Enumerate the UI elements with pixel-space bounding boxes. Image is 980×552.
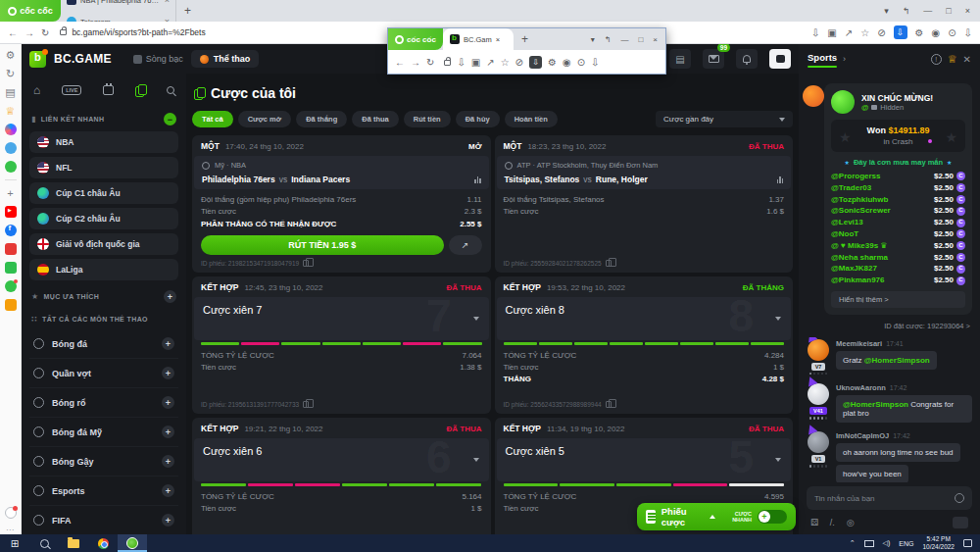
translate-icon[interactable]: ▣ [827, 27, 836, 38]
copy-icon[interactable] [606, 260, 612, 267]
chat-toggle-button[interactable] [769, 49, 791, 69]
filter-pill[interactable]: Cược mở [238, 111, 291, 127]
sport-item[interactable]: Bóng rổ + [29, 388, 178, 418]
winner-username[interactable]: @Trader03 [831, 182, 871, 194]
share-icon[interactable]: ↗ [845, 27, 853, 38]
profiles-icon[interactable]: ◉ [931, 27, 940, 38]
forward-icon[interactable]: → [411, 57, 420, 68]
downloads-tray-icon[interactable]: ⇩ [964, 27, 972, 38]
collapse-quick-links-button[interactable]: − [164, 113, 176, 125]
quick-link-item[interactable]: NBA [29, 131, 178, 153]
adblock-icon[interactable]: ⊘ [515, 57, 523, 68]
winner-username[interactable]: @Prorogerss [831, 171, 880, 182]
expand-sport-button[interactable]: + [162, 367, 174, 379]
avatar[interactable] [808, 383, 829, 405]
winner-username[interactable]: @Pinkman976 [831, 275, 885, 286]
winner-username[interactable]: @NooT [831, 228, 858, 240]
quick-link-item[interactable]: Giải vô địch quốc gia [29, 233, 178, 255]
expand-sport-button[interactable]: + [162, 337, 174, 350]
combo-box[interactable]: Cược xiên 5 5 [497, 438, 792, 481]
winner-username[interactable]: @ ♥ Mike39s ♛ [831, 240, 888, 252]
winner-username[interactable]: @Levi13 [831, 217, 863, 228]
copy-icon[interactable] [606, 401, 612, 408]
share-bet-button[interactable]: ↗ [449, 235, 482, 255]
messenger-icon[interactable] [5, 124, 17, 135]
download-manager-icon[interactable]: ⇩ [529, 56, 542, 69]
coccoc-taskbar-button[interactable] [118, 534, 147, 552]
network-icon[interactable] [864, 540, 874, 547]
extension-bell-icon[interactable]: ⚙ [915, 27, 924, 38]
nav-casino[interactable]: Sòng bạc [133, 54, 183, 64]
expand-legs-icon[interactable] [473, 317, 479, 321]
popup-browser-window[interactable]: cốc cốc BC.Gam × + ▾ ↰ — □ × ← → ↻ ⇩ ▣ ↗… [387, 27, 666, 75]
expand-legs-icon[interactable] [473, 458, 479, 462]
action-center-icon[interactable] [963, 539, 972, 547]
sport-item[interactable]: FIFA + [29, 506, 178, 534]
message-username[interactable]: Meemikeisari [836, 339, 882, 348]
tab-close-icon[interactable]: × [165, 0, 170, 5]
nav-sports[interactable]: Thể thao [191, 50, 260, 68]
emoji-icon[interactable] [955, 493, 964, 503]
cashout-button[interactable]: RÚT TIỀN 1.95 $ [201, 235, 444, 255]
restore-tab-icon[interactable]: ↰ [903, 6, 910, 16]
sort-dropdown[interactable]: Cược gần đây [656, 111, 793, 127]
quick-bet-toggle[interactable] [758, 510, 787, 524]
stats-icon[interactable] [474, 176, 481, 183]
browser-tab[interactable]: NBA | Philadelphia 76ers vs I × [61, 0, 176, 11]
mention[interactable]: @HomerSimpson [843, 400, 908, 409]
notification-bell-icon[interactable] [5, 507, 17, 519]
window-close-button[interactable]: × [653, 35, 658, 44]
schedule-icon[interactable] [103, 85, 114, 95]
bcgame-logo-text[interactable]: BC.GAME [54, 52, 112, 66]
calendar-promo-icon[interactable] [5, 243, 17, 255]
message-username[interactable]: UknowAaronn [836, 383, 886, 392]
gift-icon[interactable] [5, 262, 17, 274]
chat-input[interactable]: Tin nhắn của bạn [807, 486, 972, 510]
bookmark-star-icon[interactable]: ☆ [860, 27, 869, 38]
expand-sport-button[interactable]: + [162, 426, 174, 438]
winner-username[interactable]: @Tozphkiuhwb [831, 194, 888, 206]
dice-bet-icon[interactable]: ⚄ [810, 518, 818, 527]
stats-icon[interactable] [777, 176, 784, 183]
mention[interactable]: @HomerSimpson [864, 356, 930, 365]
expand-legs-icon[interactable] [775, 458, 781, 462]
share-icon[interactable]: ↗ [486, 57, 494, 68]
more-icon[interactable]: ⋯ [6, 526, 15, 534]
chevron-right-icon[interactable]: › [843, 54, 846, 64]
facebook-icon[interactable] [5, 225, 17, 236]
window-minimize-button[interactable]: — [923, 6, 932, 16]
reload-icon[interactable]: ↻ [426, 57, 434, 68]
bcgame-logo-icon[interactable] [29, 51, 46, 68]
notifications-button[interactable] [736, 49, 758, 69]
add-favorite-button[interactable]: + [164, 290, 176, 303]
match-box[interactable]: ATP · ATP Stockholm, Thụy Điển Đơn Nam T… [497, 156, 792, 189]
filter-pill[interactable]: Rút tiền [404, 111, 451, 127]
chat-tab-sports[interactable]: Sports [808, 52, 837, 66]
settings-gear-icon[interactable]: ⚙ [6, 49, 16, 61]
filter-pill[interactable]: Đã thắng [296, 111, 347, 127]
quick-link-item[interactable]: Cúp C1 châu Âu [29, 182, 178, 204]
tab-search-icon[interactable]: ▾ [591, 35, 595, 44]
rules-icon[interactable]: /. [830, 518, 835, 527]
combo-box[interactable]: Cược xiên 8 8 [497, 297, 792, 340]
translate-icon[interactable]: ▣ [471, 57, 480, 68]
quick-link-item[interactable]: Cúp C2 châu Âu [29, 208, 178, 229]
restore-tab-icon[interactable]: ↰ [605, 35, 612, 44]
send-button[interactable] [953, 517, 968, 528]
forward-icon[interactable]: → [24, 27, 34, 38]
copy-icon[interactable] [303, 401, 309, 408]
download-page-icon[interactable]: ⇩ [811, 27, 819, 38]
rain-bet-id-link[interactable]: ID đặt cược: 192293064 > [799, 315, 980, 337]
wallet-button[interactable]: ▤ [669, 49, 691, 69]
expand-sport-button[interactable]: + [162, 396, 174, 409]
betslip-button[interactable]: Phiếu cược CƯỢC NHANH [637, 503, 796, 530]
show-more-button[interactable]: Hiển thị thêm > [831, 291, 965, 308]
coin-drop-icon[interactable]: ◎ [847, 518, 855, 527]
winner-username[interactable]: @SonicScrewer [831, 205, 891, 217]
history-icon[interactable]: ↻ [6, 68, 15, 79]
combo-box[interactable]: Cược xiên 6 6 [194, 438, 489, 481]
start-button[interactable]: ⊞ [0, 534, 29, 552]
window-maximize-button[interactable]: □ [638, 35, 643, 44]
combo-box[interactable]: Cược xiên 7 7 [194, 297, 489, 340]
my-bets-icon[interactable] [135, 84, 145, 96]
